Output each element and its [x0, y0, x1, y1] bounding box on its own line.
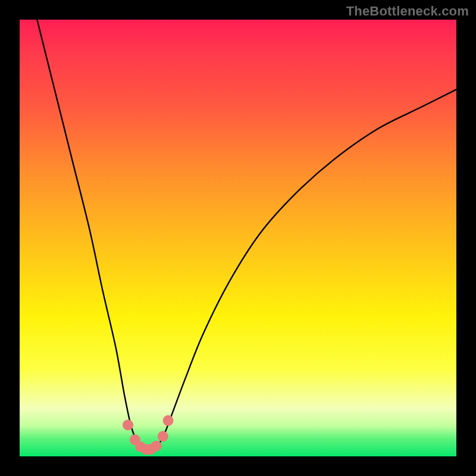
- bottleneck-curve: [37, 20, 456, 451]
- trough-marker: [123, 419, 133, 430]
- plot-area: [20, 20, 456, 456]
- chart-frame: TheBottleneck.com: [0, 0, 476, 476]
- trough-marker: [158, 431, 168, 441]
- trough-marker: [163, 415, 174, 426]
- trough-markers: [123, 415, 174, 455]
- watermark-text: TheBottleneck.com: [346, 4, 469, 19]
- trough-marker: [151, 440, 162, 451]
- curve-svg: [20, 20, 456, 456]
